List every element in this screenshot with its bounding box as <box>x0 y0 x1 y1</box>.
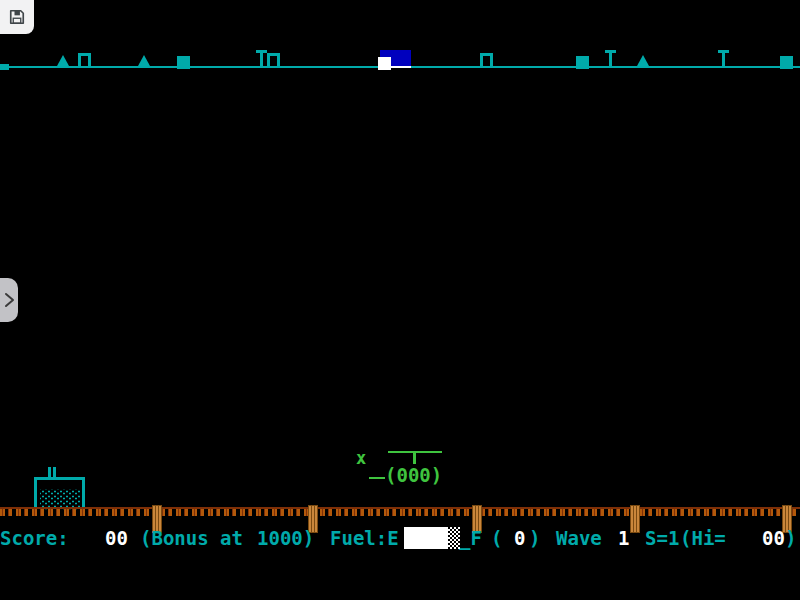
fuel-bar-solid <box>404 527 448 549</box>
ground-strip <box>0 507 800 516</box>
status-segment: Score: <box>0 527 69 549</box>
radar-pillars-icon <box>480 53 493 67</box>
status-segment: 0 <box>514 527 525 549</box>
save-button[interactable] <box>0 0 34 34</box>
radar-tree-icon <box>637 55 649 66</box>
status-segment: ( <box>491 527 502 549</box>
radar-pillars-icon <box>267 53 280 67</box>
craft-tail-mid: ` <box>358 458 368 478</box>
radar-viewport-line <box>391 66 411 68</box>
status-segment: Fuel:E <box>330 527 399 549</box>
radar-tower-icon <box>718 50 729 67</box>
status-segment: Wave <box>556 527 602 549</box>
craft-body: (000) <box>385 464 442 486</box>
status-segment: (Bonus at <box>140 527 243 549</box>
status-segment: 00 <box>105 527 128 549</box>
radar-block-icon <box>0 64 9 70</box>
radar-tower-icon <box>256 50 267 67</box>
status-segment: 1 <box>618 527 629 549</box>
chevron-right-icon <box>3 292 15 308</box>
radar-tree-icon <box>138 55 150 66</box>
status-segment: (Hi= <box>680 527 726 549</box>
craft-tail-boom <box>369 477 385 479</box>
status-segment: S=1 <box>645 527 679 549</box>
radar-tower-icon <box>605 50 616 67</box>
status-segment: ) <box>785 527 796 549</box>
status-segment: _F <box>459 527 482 549</box>
radar-square-icon <box>177 56 190 69</box>
radar-tree-icon <box>57 55 69 66</box>
game-screen[interactable]: x ` (000) Score:00(Bonus at1000)Fuel:E_F… <box>0 0 800 600</box>
radar-square-icon <box>780 56 793 69</box>
status-bar: Score:00(Bonus at1000)Fuel:E_F(0)Wave1S=… <box>0 524 800 554</box>
craft-rotor-mast <box>413 453 416 464</box>
radar-pillars-icon <box>78 53 91 67</box>
panel-toggle-button[interactable] <box>0 278 18 322</box>
status-segment: ) <box>529 527 540 549</box>
radar-square-icon <box>576 56 589 69</box>
status-segment: 00 <box>762 527 785 549</box>
radar-player-marker <box>378 57 391 70</box>
floppy-disk-icon <box>7 7 27 27</box>
status-segment: 1000) <box>257 527 314 549</box>
fuel-bar-dither <box>448 527 460 549</box>
